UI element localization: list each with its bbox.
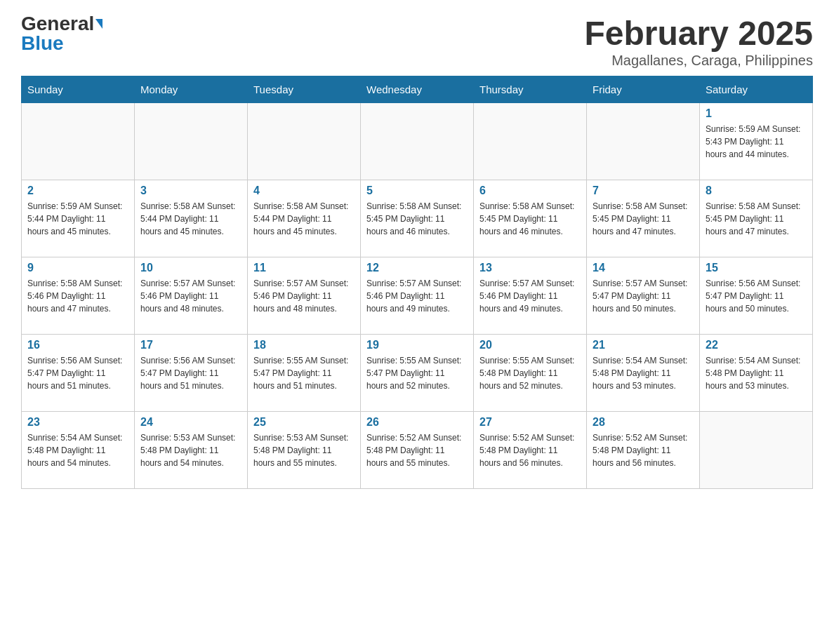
location-subtitle: Magallanes, Caraga, Philippines [584,53,813,69]
day-number: 18 [253,339,355,351]
month-title: February 2025 [584,14,813,53]
day-number: 15 [706,262,807,274]
day-info: Sunrise: 5:58 AM Sunset: 5:45 PM Dayligh… [593,200,694,238]
day-info: Sunrise: 5:55 AM Sunset: 5:47 PM Dayligh… [253,354,355,392]
calendar-cell: 2Sunrise: 5:59 AM Sunset: 5:44 PM Daylig… [22,180,135,257]
header-wednesday: Wednesday [361,76,474,103]
day-info: Sunrise: 5:52 AM Sunset: 5:48 PM Dayligh… [593,431,694,469]
day-number: 9 [27,262,128,274]
day-number: 10 [140,262,241,274]
day-info: Sunrise: 5:54 AM Sunset: 5:48 PM Dayligh… [27,431,128,469]
header-saturday: Saturday [700,76,813,103]
day-info: Sunrise: 5:57 AM Sunset: 5:46 PM Dayligh… [140,277,241,315]
day-number: 20 [479,339,581,351]
calendar-cell: 5Sunrise: 5:58 AM Sunset: 5:45 PM Daylig… [361,180,474,257]
day-info: Sunrise: 5:54 AM Sunset: 5:48 PM Dayligh… [706,354,807,392]
day-number: 6 [479,185,581,197]
day-number: 17 [140,339,241,351]
day-number: 7 [593,185,694,197]
day-number: 1 [706,107,807,120]
header-monday: Monday [135,76,248,103]
header-thursday: Thursday [474,76,587,103]
day-number: 28 [593,416,694,429]
day-info: Sunrise: 5:53 AM Sunset: 5:48 PM Dayligh… [140,431,241,469]
calendar-cell: 4Sunrise: 5:58 AM Sunset: 5:44 PM Daylig… [248,180,361,257]
day-info: Sunrise: 5:57 AM Sunset: 5:46 PM Dayligh… [479,277,581,315]
calendar-cell: 20Sunrise: 5:55 AM Sunset: 5:48 PM Dayli… [474,335,587,412]
week-row-3: 9Sunrise: 5:58 AM Sunset: 5:46 PM Daylig… [22,257,813,335]
logo-arrow-icon [95,19,102,29]
calendar-cell: 9Sunrise: 5:58 AM Sunset: 5:46 PM Daylig… [22,257,135,335]
logo-blue: Blue [21,34,64,53]
calendar-cell: 1Sunrise: 5:59 AM Sunset: 5:43 PM Daylig… [700,103,813,180]
calendar-cell: 27Sunrise: 5:52 AM Sunset: 5:48 PM Dayli… [474,412,587,489]
calendar-cell [361,103,474,180]
week-row-5: 23Sunrise: 5:54 AM Sunset: 5:48 PM Dayli… [22,412,813,489]
calendar-cell [248,103,361,180]
day-info: Sunrise: 5:58 AM Sunset: 5:44 PM Dayligh… [253,200,355,238]
day-number: 16 [27,339,128,351]
calendar-cell: 14Sunrise: 5:57 AM Sunset: 5:47 PM Dayli… [587,257,700,335]
header-row: SundayMondayTuesdayWednesdayThursdayFrid… [22,76,813,103]
day-info: Sunrise: 5:55 AM Sunset: 5:47 PM Dayligh… [366,354,468,392]
day-number: 26 [366,416,468,429]
day-info: Sunrise: 5:56 AM Sunset: 5:47 PM Dayligh… [27,354,128,392]
title-block: February 2025 Magallanes, Caraga, Philip… [584,14,813,69]
calendar-cell [587,103,700,180]
day-number: 14 [593,262,694,274]
header-tuesday: Tuesday [248,76,361,103]
calendar-cell: 12Sunrise: 5:57 AM Sunset: 5:46 PM Dayli… [361,257,474,335]
calendar-cell: 19Sunrise: 5:55 AM Sunset: 5:47 PM Dayli… [361,335,474,412]
day-info: Sunrise: 5:56 AM Sunset: 5:47 PM Dayligh… [140,354,241,392]
calendar-cell: 7Sunrise: 5:58 AM Sunset: 5:45 PM Daylig… [587,180,700,257]
day-number: 27 [479,416,581,429]
calendar-cell: 16Sunrise: 5:56 AM Sunset: 5:47 PM Dayli… [22,335,135,412]
day-number: 23 [27,416,128,429]
week-row-4: 16Sunrise: 5:56 AM Sunset: 5:47 PM Dayli… [22,335,813,412]
calendar-cell: 24Sunrise: 5:53 AM Sunset: 5:48 PM Dayli… [135,412,248,489]
calendar-cell: 26Sunrise: 5:52 AM Sunset: 5:48 PM Dayli… [361,412,474,489]
calendar-cell: 22Sunrise: 5:54 AM Sunset: 5:48 PM Dayli… [700,335,813,412]
calendar-cell: 25Sunrise: 5:53 AM Sunset: 5:48 PM Dayli… [248,412,361,489]
day-number: 8 [706,185,807,197]
day-info: Sunrise: 5:54 AM Sunset: 5:48 PM Dayligh… [593,354,694,392]
day-number: 12 [366,262,468,274]
day-number: 5 [366,185,468,197]
calendar-cell: 15Sunrise: 5:56 AM Sunset: 5:47 PM Dayli… [700,257,813,335]
calendar-cell: 3Sunrise: 5:58 AM Sunset: 5:44 PM Daylig… [135,180,248,257]
calendar-cell [700,412,813,489]
week-row-1: 1Sunrise: 5:59 AM Sunset: 5:43 PM Daylig… [22,103,813,180]
day-number: 2 [27,185,128,197]
day-info: Sunrise: 5:52 AM Sunset: 5:48 PM Dayligh… [366,431,468,469]
calendar-cell: 11Sunrise: 5:57 AM Sunset: 5:46 PM Dayli… [248,257,361,335]
calendar-cell: 10Sunrise: 5:57 AM Sunset: 5:46 PM Dayli… [135,257,248,335]
day-info: Sunrise: 5:53 AM Sunset: 5:48 PM Dayligh… [253,431,355,469]
day-info: Sunrise: 5:58 AM Sunset: 5:45 PM Dayligh… [479,200,581,238]
day-number: 4 [253,185,355,197]
calendar-cell: 21Sunrise: 5:54 AM Sunset: 5:48 PM Dayli… [587,335,700,412]
day-number: 19 [366,339,468,351]
header-sunday: Sunday [22,76,135,103]
day-info: Sunrise: 5:55 AM Sunset: 5:48 PM Dayligh… [479,354,581,392]
day-info: Sunrise: 5:58 AM Sunset: 5:45 PM Dayligh… [366,200,468,238]
calendar-cell: 18Sunrise: 5:55 AM Sunset: 5:47 PM Dayli… [248,335,361,412]
day-number: 24 [140,416,241,429]
day-number: 25 [253,416,355,429]
calendar-table: SundayMondayTuesdayWednesdayThursdayFrid… [21,76,813,489]
day-number: 3 [140,185,241,197]
page-header: General Blue February 2025 Magallanes, C… [21,14,813,69]
logo-general: General [21,14,94,34]
day-number: 13 [479,262,581,274]
day-info: Sunrise: 5:52 AM Sunset: 5:48 PM Dayligh… [479,431,581,469]
day-number: 22 [706,339,807,351]
week-row-2: 2Sunrise: 5:59 AM Sunset: 5:44 PM Daylig… [22,180,813,257]
logo: General Blue [21,14,102,53]
day-number: 11 [253,262,355,274]
day-info: Sunrise: 5:58 AM Sunset: 5:45 PM Dayligh… [706,200,807,238]
day-info: Sunrise: 5:58 AM Sunset: 5:46 PM Dayligh… [27,277,128,315]
calendar-cell: 17Sunrise: 5:56 AM Sunset: 5:47 PM Dayli… [135,335,248,412]
calendar-cell: 23Sunrise: 5:54 AM Sunset: 5:48 PM Dayli… [22,412,135,489]
day-number: 21 [593,339,694,351]
day-info: Sunrise: 5:58 AM Sunset: 5:44 PM Dayligh… [140,200,241,238]
calendar-cell [135,103,248,180]
